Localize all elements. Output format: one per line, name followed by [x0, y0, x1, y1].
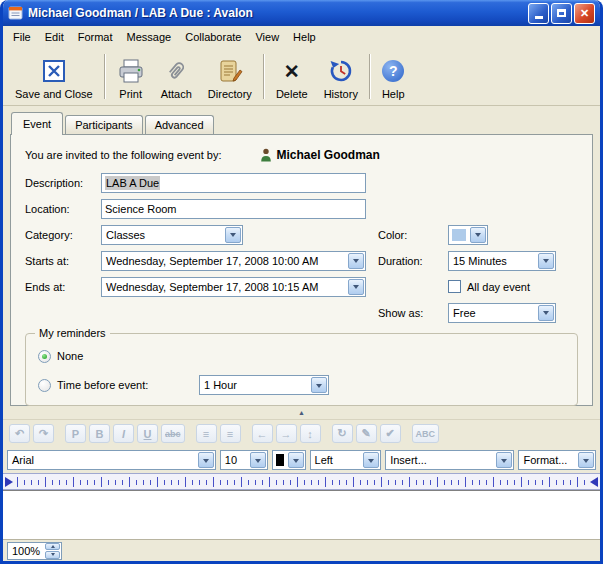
- tab-event[interactable]: Event: [11, 112, 63, 135]
- ruler-left-margin-marker[interactable]: [5, 477, 13, 487]
- main-toolbar: Save and Close Print Attach Directory ✕ …: [3, 47, 600, 106]
- bullet-list-icon[interactable]: ≡: [196, 424, 217, 443]
- format-select[interactable]: Format...: [518, 450, 596, 470]
- zoom-spinner[interactable]: [45, 543, 60, 559]
- strikethrough-icon[interactable]: abc: [161, 424, 185, 443]
- chevron-down-icon[interactable]: [538, 253, 554, 269]
- minimize-button[interactable]: [528, 3, 549, 24]
- reminder-time-label: Time before event:: [57, 379, 199, 391]
- chevron-down-icon[interactable]: [225, 227, 241, 243]
- alignment-select[interactable]: Left: [310, 450, 382, 470]
- category-value: Classes: [102, 229, 224, 241]
- indent-icon[interactable]: →: [276, 424, 297, 443]
- print-button[interactable]: Print: [109, 50, 153, 103]
- menu-item-edit[interactable]: Edit: [38, 28, 71, 46]
- font-color-select[interactable]: [272, 450, 306, 470]
- chevron-down-icon[interactable]: [348, 279, 364, 295]
- show-as-select[interactable]: Free: [448, 303, 556, 323]
- redo-icon[interactable]: ↷: [33, 424, 54, 443]
- menubar: File Edit Format Message Collaborate Vie…: [3, 26, 600, 47]
- menu-item-format[interactable]: Format: [71, 28, 120, 46]
- description-label: Description:: [25, 177, 101, 189]
- font-bar: Arial 10 Left Insert... Format...: [3, 447, 600, 473]
- directory-button[interactable]: Directory: [200, 50, 260, 103]
- window-icon: [8, 6, 23, 20]
- maximize-button[interactable]: [551, 3, 572, 24]
- toolbar-button-label: Directory: [208, 88, 252, 100]
- zoom-control[interactable]: 100%: [7, 542, 62, 560]
- category-label: Category:: [25, 229, 101, 241]
- chevron-down-icon[interactable]: [578, 452, 594, 468]
- underline-icon[interactable]: U: [137, 424, 158, 443]
- chevron-down-icon[interactable]: [363, 452, 379, 468]
- message-body[interactable]: [3, 490, 600, 539]
- italic-icon[interactable]: I: [113, 424, 134, 443]
- chevron-down-icon[interactable]: [250, 452, 266, 468]
- ends-at-select[interactable]: Wednesday, September 17, 2008 10:15 AM: [101, 277, 366, 297]
- line-spacing-icon[interactable]: ↕: [300, 424, 321, 443]
- reminder-time-radio[interactable]: [38, 379, 51, 392]
- insert-select[interactable]: Insert...: [385, 450, 514, 470]
- titlebar[interactable]: Michael Goodman / LAB A Due : Avalon ✕: [3, 0, 600, 26]
- category-select[interactable]: Classes: [101, 225, 243, 245]
- ruler[interactable]: [3, 473, 600, 490]
- invitation-row: You are invited to the following event b…: [25, 148, 578, 162]
- revert-icon[interactable]: ↻: [332, 424, 353, 443]
- ruler-right-margin-marker[interactable]: [590, 477, 598, 487]
- pane-splitter[interactable]: ▲: [3, 406, 600, 419]
- invitation-text: You are invited to the following event b…: [25, 149, 222, 161]
- font-size-select[interactable]: 10: [220, 450, 268, 470]
- history-button[interactable]: History: [316, 50, 366, 103]
- pen-icon[interactable]: ✎: [356, 424, 377, 443]
- organizer-name: Michael Goodman: [277, 148, 380, 162]
- chevron-down-icon[interactable]: [348, 253, 364, 269]
- reminder-none-radio[interactable]: [38, 350, 51, 363]
- toolbar-separator: [369, 54, 371, 99]
- plain-style-icon[interactable]: P: [65, 424, 86, 443]
- description-value: LAB A Due: [105, 176, 160, 190]
- help-button[interactable]: ? Help: [374, 50, 413, 103]
- reminder-time-select[interactable]: 1 Hour: [199, 375, 329, 395]
- color-select[interactable]: [448, 225, 488, 245]
- spellcheck-icon[interactable]: ABC: [412, 424, 440, 443]
- status-bar: 100%: [3, 539, 600, 561]
- chevron-down-icon[interactable]: [288, 452, 304, 468]
- starts-at-label: Starts at:: [25, 255, 101, 267]
- description-input[interactable]: LAB A Due: [101, 173, 366, 193]
- duration-select[interactable]: 15 Minutes: [448, 251, 556, 271]
- outdent-icon[interactable]: ←: [252, 424, 273, 443]
- close-button[interactable]: ✕: [574, 3, 595, 24]
- chevron-down-icon[interactable]: [496, 452, 512, 468]
- location-label: Location:: [25, 203, 101, 215]
- zoom-increase-button[interactable]: [45, 543, 60, 551]
- menu-item-collaborate[interactable]: Collaborate: [178, 28, 248, 46]
- chevron-down-icon[interactable]: [538, 305, 554, 321]
- starts-at-select[interactable]: Wednesday, September 17, 2008 10:00 AM: [101, 251, 366, 271]
- bold-icon[interactable]: B: [89, 424, 110, 443]
- menu-item-message[interactable]: Message: [120, 28, 179, 46]
- person-icon: [260, 148, 272, 162]
- tab-participants[interactable]: Participants: [65, 115, 142, 134]
- directory-icon: [217, 57, 243, 85]
- toolbar-button-label: Print: [119, 88, 142, 100]
- delete-button[interactable]: ✕ Delete: [268, 50, 316, 103]
- chevron-down-icon[interactable]: [311, 377, 327, 393]
- location-input[interactable]: Science Room: [101, 199, 366, 219]
- all-day-checkbox[interactable]: [448, 280, 461, 293]
- font-family-select[interactable]: Arial: [7, 450, 216, 470]
- chevron-down-icon[interactable]: [198, 452, 214, 468]
- menu-item-view[interactable]: View: [248, 28, 286, 46]
- menu-item-help[interactable]: Help: [286, 28, 323, 46]
- chevron-down-icon[interactable]: [470, 227, 486, 243]
- numbered-list-icon[interactable]: ≡: [220, 424, 241, 443]
- font-color-swatch: [276, 454, 284, 466]
- attach-button[interactable]: Attach: [153, 50, 200, 103]
- collapse-arrow-icon[interactable]: ▲: [298, 409, 305, 416]
- tab-advanced[interactable]: Advanced: [145, 115, 214, 134]
- approve-icon[interactable]: ✔: [380, 424, 401, 443]
- zoom-decrease-button[interactable]: [45, 551, 60, 559]
- undo-icon[interactable]: ↶: [9, 424, 30, 443]
- menu-item-file[interactable]: File: [6, 28, 38, 46]
- history-icon: [328, 57, 354, 85]
- save-and-close-button[interactable]: Save and Close: [7, 50, 101, 103]
